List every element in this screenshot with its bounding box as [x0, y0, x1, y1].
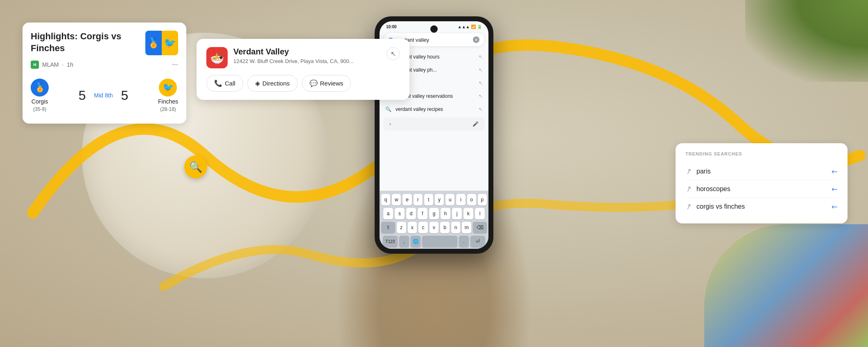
- sports-card-thumbnail: 🏅 🐦: [145, 31, 178, 55]
- away-team-icon: 🐦: [159, 79, 177, 97]
- trending-text-2: corgis vs finches: [696, 203, 827, 210]
- home-score: 5: [79, 88, 86, 103]
- keyboard-row-1: q w e r t y u i o p: [381, 194, 487, 205]
- trending-item-1[interactable]: ↗ horoscopes ↖: [685, 180, 838, 198]
- clear-icon: ✕: [475, 38, 478, 42]
- clear-search-button[interactable]: ✕: [473, 36, 479, 43]
- suggestion-arrow-4: ↖: [479, 106, 483, 112]
- place-card-header: 🍜 Verdant Valley 12422 W. Bluff Creek Dr…: [206, 47, 400, 68]
- numbers-key[interactable]: T123: [383, 236, 398, 247]
- period-label: Mid 8th: [94, 92, 113, 99]
- search-bubble-icon: 🔍: [189, 161, 202, 174]
- source-label: MLAM: [42, 61, 59, 68]
- away-score: 5: [121, 88, 128, 103]
- grass-decoration: [745, 0, 868, 82]
- key-i[interactable]: i: [456, 194, 465, 205]
- suggestion-item-4[interactable]: 🔍 verdant valley recipes ↖: [380, 103, 488, 116]
- mlam-logo: M: [33, 63, 36, 67]
- away-team-emoji: 🐦: [163, 82, 174, 93]
- key-y[interactable]: y: [435, 194, 444, 205]
- key-s[interactable]: s: [395, 208, 405, 219]
- trending-arrow-1: ↖: [829, 184, 840, 194]
- more-options-button[interactable]: ···: [172, 60, 178, 69]
- time-ago-value: 1h: [67, 61, 73, 68]
- clock: 10:00: [386, 25, 397, 29]
- key-l[interactable]: l: [475, 208, 485, 219]
- key-a[interactable]: a: [383, 208, 393, 219]
- suggestion-arrow-1: ↖: [479, 67, 483, 73]
- key-c[interactable]: c: [418, 222, 428, 233]
- suggestion-text-4: verdant valley recipes: [396, 106, 443, 112]
- trending-item-2[interactable]: ↗ corgis vs finches ↖: [685, 198, 838, 215]
- key-f[interactable]: f: [418, 208, 427, 219]
- comma-key[interactable]: ,: [399, 236, 409, 247]
- chevron-right: ›: [389, 121, 391, 127]
- keyboard-row-3: ⇧ z x c v b n m ⌫: [381, 222, 487, 233]
- key-h[interactable]: h: [441, 208, 450, 219]
- suggestion-arrow-2: ↖: [479, 80, 483, 86]
- call-button[interactable]: 📞 Call: [206, 75, 243, 92]
- keyboard: q w e r t y u i o p a s d f g h: [380, 191, 488, 249]
- call-label: Call: [225, 80, 235, 87]
- key-d[interactable]: d: [406, 208, 416, 219]
- directions-label: Directions: [262, 80, 290, 87]
- place-info: Verdant Valley 12422 W. Bluff Creek Driv…: [233, 47, 381, 64]
- restaurant-icon: 🍜: [210, 51, 224, 65]
- call-icon: 📞: [214, 79, 222, 87]
- key-r[interactable]: r: [414, 194, 423, 205]
- mic-icon: 🎤: [472, 121, 479, 127]
- key-k[interactable]: k: [463, 208, 473, 219]
- open-in-app-button[interactable]: ↖: [387, 47, 400, 60]
- sports-card-header: Highlights: Corgis vs Finches 🏅 🐦: [31, 31, 178, 55]
- key-u[interactable]: u: [445, 194, 454, 205]
- signal-icons: ▲▲▲ 📶 🔋: [458, 25, 482, 29]
- trending-up-icon-1: ↗: [684, 184, 693, 194]
- away-team-record: (28-18): [160, 106, 176, 112]
- sports-card-title: Highlights: Corgis vs Finches: [31, 31, 140, 54]
- trending-arrow-0: ↖: [829, 166, 840, 177]
- trending-text-0: paris: [696, 168, 827, 175]
- voice-row[interactable]: › 🎤: [384, 117, 484, 131]
- phone-notch: [430, 25, 438, 33]
- reviews-button[interactable]: 💬 Reviews: [302, 75, 351, 92]
- away-team-thumb-icon: 🐦: [164, 37, 176, 49]
- suggestion-arrow-3: ↖: [479, 93, 483, 99]
- trending-arrow-2: ↖: [829, 201, 840, 212]
- score-row: 🏅 Corgis (35-9) 5 Mid 8th 5 🐦 Finches (2…: [31, 75, 178, 115]
- place-address: 12422 W. Bluff Creek Drive, Playa Vista,…: [233, 58, 381, 64]
- thumb-blue: 🏅: [145, 31, 162, 55]
- shift-key[interactable]: ⇧: [381, 222, 395, 233]
- place-card: 🍜 Verdant Valley 12422 W. Bluff Creek Dr…: [197, 39, 409, 100]
- enter-key[interactable]: ⏎: [470, 236, 485, 247]
- home-team-thumb-icon: 🏅: [147, 37, 160, 49]
- away-team-name: Finches: [158, 98, 178, 105]
- directions-button[interactable]: ◈ Directions: [247, 75, 298, 92]
- key-n[interactable]: n: [451, 222, 461, 233]
- key-t[interactable]: t: [424, 194, 433, 205]
- key-z[interactable]: z: [397, 222, 406, 233]
- key-p[interactable]: p: [478, 194, 487, 205]
- period-key[interactable]: .: [459, 236, 469, 247]
- backspace-key[interactable]: ⌫: [473, 222, 487, 233]
- score-mid: 5 Mid 8th 5: [49, 88, 158, 103]
- place-actions: 📞 Call ◈ Directions 💬 Reviews: [206, 75, 400, 92]
- key-w[interactable]: w: [392, 194, 401, 205]
- away-team: 🐦 Finches (28-18): [158, 79, 178, 112]
- search-bubble: 🔍: [184, 155, 207, 178]
- reviews-icon: 💬: [310, 79, 318, 87]
- key-o[interactable]: o: [467, 194, 476, 205]
- key-g[interactable]: g: [429, 208, 439, 219]
- key-j[interactable]: j: [452, 208, 462, 219]
- key-b[interactable]: b: [440, 222, 450, 233]
- home-team-name: Corgis: [32, 98, 48, 105]
- space-key[interactable]: [422, 236, 457, 247]
- key-e[interactable]: e: [402, 194, 411, 205]
- key-m[interactable]: m: [462, 222, 471, 233]
- trending-item-0[interactable]: ↗ paris ↖: [685, 163, 838, 180]
- key-x[interactable]: x: [408, 222, 417, 233]
- globe-key[interactable]: 🌐: [411, 236, 420, 247]
- home-team: 🏅 Corgis (35-9): [31, 79, 49, 112]
- nav-arrow-icon: ↖: [391, 50, 396, 58]
- key-q[interactable]: q: [381, 194, 390, 205]
- key-v[interactable]: v: [429, 222, 439, 233]
